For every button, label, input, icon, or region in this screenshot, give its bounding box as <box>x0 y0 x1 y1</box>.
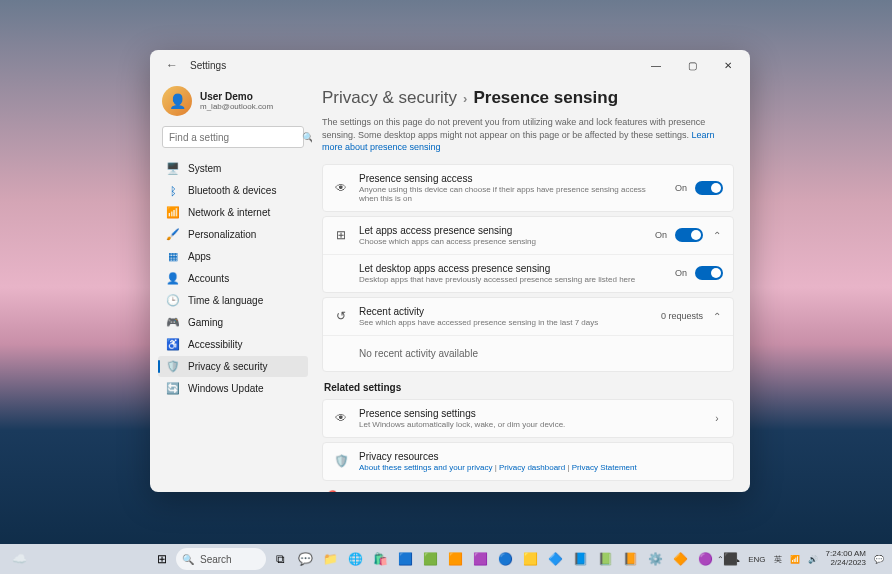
apps-access-toggle[interactable] <box>675 228 703 242</box>
settings-icon[interactable]: ⚙️ <box>644 548 666 570</box>
toggle-state: On <box>655 230 667 240</box>
request-count: 0 requests <box>661 311 703 321</box>
notifications-icon[interactable]: 💬 <box>874 555 884 564</box>
chevron-right-icon: › <box>711 413 723 424</box>
app-icon[interactable]: 🟣 <box>694 548 716 570</box>
close-button[interactable]: ✕ <box>710 53 746 77</box>
sidebar-item-label: Gaming <box>188 317 223 328</box>
presence-access-toggle[interactable] <box>695 181 723 195</box>
sidebar-item-time[interactable]: 🕒Time & language <box>158 290 308 311</box>
sidebar-item-label: System <box>188 163 221 174</box>
time-icon: 🕒 <box>166 294 180 308</box>
avatar: 👤 <box>162 86 192 116</box>
app-icon[interactable]: 🔷 <box>544 548 566 570</box>
sidebar-item-label: Bluetooth & devices <box>188 185 276 196</box>
apps-access-card: ⊞ Let apps access presence sensing Choos… <box>322 216 734 293</box>
sidebar-item-apps[interactable]: ▦Apps <box>158 246 308 267</box>
app-icon[interactable]: 🟧 <box>444 548 466 570</box>
window-title: Settings <box>190 60 638 71</box>
start-button[interactable]: ⊞ <box>151 548 173 570</box>
app-icon[interactable]: ⬛ <box>719 548 741 570</box>
sidebar-item-label: Windows Update <box>188 383 264 394</box>
taskbar-search[interactable]: 🔍 Search <box>176 548 266 570</box>
app-icon[interactable]: 🔶 <box>669 548 691 570</box>
privacy-dashboard-link[interactable]: Privacy dashboard <box>499 463 565 472</box>
apps-access-row: ⊞ Let apps access presence sensing Choos… <box>323 217 733 254</box>
sidebar-item-network[interactable]: 📶Network & internet <box>158 202 308 223</box>
page-title: Presence sensing <box>473 88 618 108</box>
task-view-icon[interactable]: ⧉ <box>269 548 291 570</box>
privacy-icon: 🛡️ <box>166 360 180 374</box>
lang-indicator[interactable]: ENG <box>748 555 765 564</box>
explorer-icon[interactable]: 📁 <box>319 548 341 570</box>
app-icon[interactable]: 📘 <box>569 548 591 570</box>
sidebar: 👤 User Demo m_lab@outlook.com 🔍 🖥️System… <box>150 80 312 492</box>
accessibility-icon: ♿ <box>166 338 180 352</box>
content: Privacy & security › Presence sensing Th… <box>312 80 750 492</box>
app-icon[interactable]: 🟪 <box>469 548 491 570</box>
sidebar-item-system[interactable]: 🖥️System <box>158 158 308 179</box>
privacy-resources-card: 🛡️ Privacy resources About these setting… <box>322 442 734 481</box>
breadcrumb-parent[interactable]: Privacy & security <box>322 88 457 108</box>
sidebar-item-gaming[interactable]: 🎮Gaming <box>158 312 308 333</box>
minimize-button[interactable]: — <box>638 53 674 77</box>
store-icon[interactable]: 🛍️ <box>369 548 391 570</box>
edge-icon[interactable]: 🌐 <box>344 548 366 570</box>
user-info: User Demo m_lab@outlook.com <box>200 91 273 111</box>
titlebar: ← Settings — ▢ ✕ <box>150 50 750 80</box>
sidebar-item-accessibility[interactable]: ♿Accessibility <box>158 334 308 355</box>
app-icon[interactable]: 🟨 <box>519 548 541 570</box>
app-icon[interactable]: 🟦 <box>394 548 416 570</box>
get-help-link[interactable]: ❓ Get help <box>322 485 734 492</box>
sidebar-item-label: Accounts <box>188 273 229 284</box>
sidebar-item-update[interactable]: 🔄Windows Update <box>158 378 308 399</box>
wifi-icon[interactable]: 📶 <box>790 555 800 564</box>
clock[interactable]: 7:24:00 AM 2/24/2023 <box>826 550 866 568</box>
recent-activity-row[interactable]: ↺ Recent activity See which apps have ac… <box>323 298 733 335</box>
app-icon[interactable]: 🔵 <box>494 548 516 570</box>
sidebar-item-bluetooth[interactable]: ᛒBluetooth & devices <box>158 180 308 201</box>
desktop-apps-toggle[interactable] <box>695 266 723 280</box>
sidebar-item-accounts[interactable]: 👤Accounts <box>158 268 308 289</box>
activity-empty-row: No recent activity available <box>323 335 733 371</box>
window-body: 👤 User Demo m_lab@outlook.com 🔍 🖥️System… <box>150 80 750 492</box>
presence-settings-card[interactable]: 👁 Presence sensing settings Let Windows … <box>322 399 734 438</box>
chat-icon[interactable]: 💬 <box>294 548 316 570</box>
sidebar-item-privacy[interactable]: 🛡️Privacy & security <box>158 356 308 377</box>
back-button[interactable]: ← <box>158 55 186 75</box>
user-name: User Demo <box>200 91 273 102</box>
app-icon[interactable]: 📙 <box>619 548 641 570</box>
volume-icon[interactable]: 🔊 <box>808 555 818 564</box>
bluetooth-icon: ᛒ <box>166 184 180 198</box>
gaming-icon: 🎮 <box>166 316 180 330</box>
search-input[interactable] <box>163 132 302 143</box>
chevron-up-icon[interactable]: ⌃ <box>711 311 723 322</box>
sidebar-item-label: Apps <box>188 251 211 262</box>
weather-widget[interactable]: ☁️ <box>8 548 30 570</box>
sidebar-item-label: Accessibility <box>188 339 242 350</box>
privacy-about-link[interactable]: About these settings and your privacy <box>359 463 492 472</box>
sidebar-item-personalization[interactable]: 🖌️Personalization <box>158 224 308 245</box>
presence-icon: 👁 <box>333 180 349 196</box>
chevron-up-icon[interactable]: ⌃ <box>711 230 723 241</box>
app-icon[interactable]: 📗 <box>594 548 616 570</box>
toggle-state: On <box>675 268 687 278</box>
maximize-button[interactable]: ▢ <box>674 53 710 77</box>
related-heading: Related settings <box>324 382 734 393</box>
presence-access-card: 👁 Presence sensing access Anyone using t… <box>322 164 734 212</box>
accounts-icon: 👤 <box>166 272 180 286</box>
breadcrumb: Privacy & security › Presence sensing <box>322 88 734 108</box>
sidebar-item-label: Personalization <box>188 229 256 240</box>
search-box[interactable]: 🔍 <box>162 126 304 148</box>
privacy-statement-link[interactable]: Privacy Statement <box>572 463 637 472</box>
user-block[interactable]: 👤 User Demo m_lab@outlook.com <box>158 80 308 126</box>
ime-indicator[interactable]: 英 <box>774 554 782 565</box>
update-icon: 🔄 <box>166 382 180 396</box>
system-tray: ⌃ ☁ ENG 英 📶 🔊 7:24:00 AM 2/24/2023 💬 <box>717 550 884 568</box>
apps-icon: ⊞ <box>333 227 349 243</box>
sidebar-item-label: Privacy & security <box>188 361 267 372</box>
app-icon[interactable]: 🟩 <box>419 548 441 570</box>
search-icon[interactable]: 🔍 <box>302 127 312 147</box>
sidebar-item-label: Time & language <box>188 295 263 306</box>
shield-icon: 🛡️ <box>333 453 349 469</box>
